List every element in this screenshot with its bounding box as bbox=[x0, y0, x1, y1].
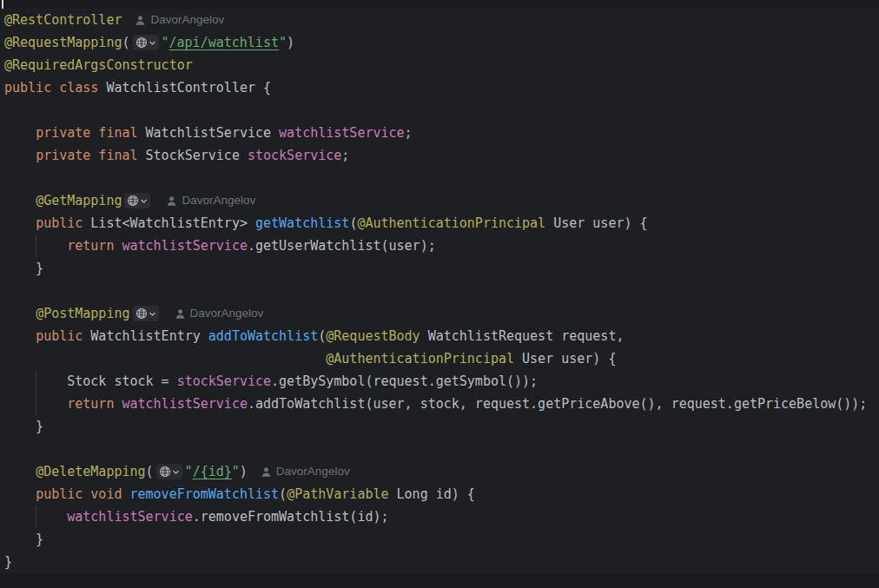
person-icon bbox=[175, 308, 186, 320]
code-line[interactable]: @RequiredArgsConstructor bbox=[4, 54, 879, 76]
code-token: @RequestMapping bbox=[4, 31, 122, 54]
code-line[interactable]: Stock stock = stockService.getBySymbol(r… bbox=[4, 370, 879, 393]
code-token: .getUserWatchlist(user); bbox=[248, 235, 436, 257]
globe-icon bbox=[127, 195, 139, 207]
code-area[interactable]: @RestControllerDavorAngelov@RequestMappi… bbox=[0, 9, 879, 573]
code-line[interactable]: @GetMappingDavorAngelov bbox=[4, 189, 879, 212]
code-token: /api/watchlist bbox=[169, 31, 279, 54]
person-icon bbox=[135, 15, 146, 26]
code-token: " bbox=[279, 31, 287, 54]
code-token: @PostMapping bbox=[36, 302, 129, 325]
code-token: /{id} bbox=[193, 460, 232, 483]
code-line[interactable]: @RestControllerDavorAngelov bbox=[4, 9, 879, 31]
code-token: removeFromWatchlist bbox=[130, 483, 280, 505]
code-token: ( bbox=[349, 212, 357, 235]
code-token: public void bbox=[36, 483, 122, 505]
code-token: @RestController bbox=[4, 9, 122, 31]
code-token: } bbox=[4, 257, 43, 280]
code-token: ) bbox=[287, 31, 294, 54]
code-author-inlay[interactable]: DavorAngelov bbox=[261, 460, 350, 483]
code-line[interactable] bbox=[4, 99, 879, 122]
code-author-inlay[interactable]: DavorAngelov bbox=[166, 189, 255, 212]
code-line[interactable] bbox=[4, 280, 879, 302]
code-line[interactable]: } bbox=[4, 257, 879, 280]
code-token: .removeFromWatchlist(id); bbox=[193, 505, 389, 528]
code-line[interactable]: public void removeFromWatchlist(@PathVar… bbox=[4, 483, 879, 505]
code-token bbox=[114, 393, 122, 415]
code-token bbox=[4, 212, 36, 235]
code-token: stockService bbox=[177, 370, 271, 393]
globe-icon bbox=[135, 307, 148, 320]
code-editor[interactable]: @RestControllerDavorAngelov@RequestMappi… bbox=[0, 0, 879, 588]
code-token: } bbox=[4, 528, 43, 551]
code-token: Stock stock = bbox=[4, 370, 177, 393]
url-mapping-inlay[interactable] bbox=[156, 464, 182, 479]
code-line[interactable]: public WatchlistEntry addToWatchlist(@Re… bbox=[4, 325, 879, 347]
code-line[interactable]: private final WatchlistService watchlist… bbox=[4, 122, 879, 144]
code-line[interactable]: watchlistService.removeFromWatchlist(id)… bbox=[4, 505, 879, 528]
text-caret bbox=[2, 0, 3, 9]
code-token: public class bbox=[4, 76, 98, 99]
code-line[interactable] bbox=[4, 167, 879, 189]
chevron-down-icon bbox=[149, 310, 156, 318]
code-token: User user) { bbox=[545, 212, 647, 235]
code-token: watchlistService bbox=[122, 393, 248, 415]
code-token bbox=[114, 235, 122, 257]
code-token: return bbox=[67, 235, 114, 257]
code-token: List<WatchlistEntry> bbox=[83, 212, 255, 235]
code-token bbox=[4, 483, 36, 505]
code-token: WatchlistEntry bbox=[83, 325, 208, 347]
code-token: public bbox=[36, 325, 83, 347]
code-line[interactable] bbox=[4, 438, 879, 460]
code-token: watchlistService bbox=[279, 122, 405, 144]
indent-guide bbox=[36, 370, 36, 415]
code-token: ; bbox=[341, 144, 349, 167]
code-author-inlay[interactable]: DavorAngelov bbox=[175, 302, 264, 325]
code-line[interactable]: @PostMappingDavorAngelov bbox=[4, 302, 879, 325]
code-author-label: DavorAngelov bbox=[182, 189, 255, 212]
code-line[interactable]: @DeleteMapping("/{id}")DavorAngelov bbox=[4, 460, 879, 483]
code-token bbox=[4, 302, 36, 325]
code-line[interactable]: private final StockService stockService; bbox=[4, 144, 879, 167]
code-token: @AuthenticationPrincipal bbox=[326, 347, 514, 370]
code-token: @PathVariable bbox=[287, 483, 388, 505]
code-token: ; bbox=[405, 122, 413, 144]
code-token bbox=[122, 483, 129, 505]
code-token: addToWatchlist bbox=[208, 325, 318, 347]
code-line[interactable]: } bbox=[4, 551, 879, 573]
url-mapping-inlay[interactable] bbox=[133, 35, 159, 50]
code-line[interactable]: @AuthenticationPrincipal User user) { bbox=[4, 347, 879, 370]
code-token: } bbox=[4, 415, 43, 438]
code-token: @RequestBody bbox=[326, 325, 420, 347]
chevron-down-icon bbox=[140, 197, 148, 205]
code-token bbox=[4, 189, 36, 212]
person-icon bbox=[261, 466, 272, 478]
code-token: ) bbox=[240, 460, 248, 483]
code-token: private final bbox=[36, 144, 137, 167]
code-token: " bbox=[162, 31, 169, 54]
code-line[interactable]: return watchlistService.addToWatchlist(u… bbox=[4, 393, 879, 415]
code-author-label: DavorAngelov bbox=[190, 302, 264, 325]
code-line[interactable]: public class WatchlistController { bbox=[4, 76, 879, 99]
code-line[interactable]: public List<WatchlistEntry> getWatchlist… bbox=[4, 212, 879, 235]
code-line[interactable]: } bbox=[4, 415, 879, 438]
code-token: } bbox=[4, 551, 12, 573]
code-author-label: DavorAngelov bbox=[276, 460, 350, 483]
code-token: watchlistService bbox=[122, 235, 248, 257]
code-token: ( bbox=[318, 325, 326, 347]
code-token: WatchlistRequest request, bbox=[420, 325, 625, 347]
code-line[interactable]: return watchlistService.getUserWatchlist… bbox=[4, 235, 879, 257]
code-token: @AuthenticationPrincipal bbox=[357, 212, 545, 235]
code-token: @DeleteMapping bbox=[36, 460, 145, 483]
code-token bbox=[4, 325, 36, 347]
url-mapping-inlay[interactable] bbox=[124, 193, 150, 208]
url-mapping-inlay[interactable] bbox=[133, 306, 159, 321]
code-token: watchlistService bbox=[67, 505, 193, 528]
code-author-inlay[interactable]: DavorAngelov bbox=[135, 9, 224, 31]
code-line[interactable]: } bbox=[4, 528, 879, 551]
code-token: " bbox=[185, 460, 193, 483]
code-line[interactable]: @RequestMapping("/api/watchlist") bbox=[4, 31, 879, 54]
code-token: getWatchlist bbox=[255, 212, 349, 235]
indent-guide bbox=[36, 505, 36, 528]
code-token bbox=[4, 347, 326, 370]
